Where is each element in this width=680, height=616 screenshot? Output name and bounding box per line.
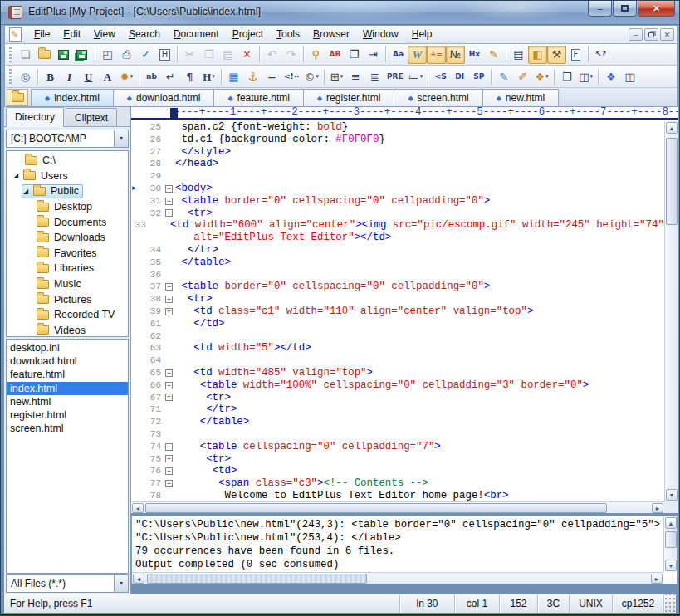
comment-button[interactable]: <!·· <box>281 67 301 86</box>
fold-column[interactable]: − <box>163 367 175 379</box>
text-color-button[interactable]: ✹▾ <box>117 67 136 86</box>
mdi-close-button[interactable]: ✕ <box>660 28 674 41</box>
menu-item-search[interactable]: Search <box>122 26 167 43</box>
menu-item-document[interactable]: Document <box>167 26 226 43</box>
uppercase-button[interactable]: Aa <box>389 46 408 64</box>
fold-column[interactable]: + <box>163 306 175 318</box>
code-line[interactable]: 64 <box>131 354 664 367</box>
file-item-screen.html[interactable]: screen.html <box>7 422 128 435</box>
code-line[interactable]: 65− <td width="485" valign="top"> <box>131 367 664 379</box>
code-line[interactable]: alt="EditPlus Text Editor"></td> <box>131 232 664 244</box>
document-settings-button[interactable]: ✎ <box>484 46 503 64</box>
fold-collapse-icon[interactable]: − <box>165 296 173 303</box>
editor-vertical-scrollbar[interactable]: ▲ ▼ <box>664 121 678 501</box>
toolbar-grip[interactable] <box>8 69 12 84</box>
drive-selector[interactable]: [C:] BOOTCAMP ▾ <box>6 130 129 148</box>
tree-item-libraries[interactable]: Libraries <box>7 261 128 276</box>
print-button[interactable]: ⎙ <box>117 46 136 64</box>
menu-item-project[interactable]: Project <box>226 26 270 43</box>
fold-column[interactable] <box>163 244 175 257</box>
fold-column[interactable]: − <box>163 477 175 490</box>
fold-collapse-icon[interactable]: − <box>165 209 173 217</box>
code-line[interactable]: 25 span.c2 {font-weight: bold} <box>131 121 664 134</box>
line-break-button[interactable]: ↵ <box>161 67 180 86</box>
fold-column[interactable] <box>163 121 175 134</box>
split-view-button[interactable]: ◫ <box>620 67 639 86</box>
file-filter-selector[interactable]: All Files (*.*) ▾ <box>6 574 129 593</box>
code-editor[interactable]: ----+----1----+----2----+----3----+----4… <box>131 107 678 513</box>
tree-item-downloads[interactable]: Downloads <box>7 230 128 246</box>
fold-collapse-icon[interactable]: − <box>165 198 173 205</box>
menu-item-tools[interactable]: Tools <box>270 26 306 43</box>
open-file-button[interactable] <box>35 46 54 64</box>
fold-column[interactable]: − <box>163 281 175 293</box>
close-button[interactable]: ✕ <box>638 1 675 17</box>
fold-column[interactable] <box>163 158 175 170</box>
tree-item-users[interactable]: ◢Users <box>7 169 128 184</box>
drive-dropdown-button[interactable]: ▾ <box>114 130 128 147</box>
fullscreen-button[interactable]: F <box>566 46 585 64</box>
save-button[interactable] <box>54 46 73 64</box>
maximize-button[interactable] <box>613 1 637 17</box>
code-line[interactable]: 35 </table> <box>131 257 664 269</box>
tree-item-documents[interactable]: Documents <box>7 214 128 230</box>
code-line[interactable]: 61 </td> <box>131 318 664 330</box>
font-button[interactable]: A <box>98 67 117 86</box>
fold-column[interactable] <box>163 134 175 146</box>
fold-column[interactable] <box>163 269 175 281</box>
menu-item-window[interactable]: Window <box>356 26 405 43</box>
tree-item-favorites[interactable]: Favorites <box>7 246 128 262</box>
context-help-button[interactable]: ↖? <box>591 46 610 64</box>
tab-new.html[interactable]: ◆new.html <box>482 89 560 106</box>
document-icon[interactable] <box>9 27 22 42</box>
fold-column[interactable] <box>163 490 175 501</box>
code-line[interactable]: ►30−<body> <box>131 183 664 195</box>
spell-check-button[interactable]: ✓ <box>136 46 155 64</box>
code-line[interactable]: 62 <box>131 330 664 343</box>
fold-column[interactable]: − <box>163 453 175 466</box>
fold-collapse-icon[interactable]: − <box>165 455 173 462</box>
code-area[interactable]: 25 span.c2 {font-weight: bold}26 td.c1 {… <box>131 121 664 501</box>
tab-feature.html[interactable]: ◆feature.html <box>213 89 304 106</box>
word-wrap-button[interactable]: W <box>408 46 427 64</box>
scroll-up-button[interactable]: ▲ <box>666 122 678 134</box>
fold-column[interactable]: − <box>163 183 175 195</box>
resize-grip[interactable] <box>663 594 676 613</box>
special-character-button[interactable]: ©▾ <box>301 67 321 86</box>
code-line[interactable]: 63 <td width="5"></td> <box>131 342 664 354</box>
tree-item-public[interactable]: ◢Public <box>7 183 128 199</box>
fold-collapse-icon[interactable]: − <box>165 283 173 291</box>
tab-index.html[interactable]: ◆index.html <box>31 89 114 106</box>
italic-button[interactable]: I <box>60 67 79 86</box>
line-numbers-button[interactable]: № <box>446 46 465 64</box>
list-button[interactable]: ≔▾ <box>406 67 426 86</box>
filter-dropdown-button[interactable]: ▾ <box>114 575 128 592</box>
minimize-button[interactable]: – <box>588 1 612 17</box>
align-right-button[interactable]: ≣ <box>365 67 384 86</box>
code-line[interactable]: 37− <table border="0" cellspacing="0" ce… <box>131 281 664 293</box>
editor-vscroll-thumb[interactable] <box>666 138 678 225</box>
code-line[interactable]: 28</head> <box>131 158 664 170</box>
save-all-button[interactable] <box>73 46 92 64</box>
image-button[interactable]: ▦ <box>224 67 243 86</box>
fold-column[interactable]: − <box>163 465 175 477</box>
file-item-download.html[interactable]: download.html <box>7 354 128 368</box>
folder-view-button[interactable]: ❒ <box>557 67 576 86</box>
file-item-index.html[interactable]: index.html <box>7 382 128 395</box>
sidebar-tab-cliptext[interactable]: Cliptext <box>66 108 117 126</box>
horizontal-rule-button[interactable]: ═ <box>262 67 281 86</box>
fold-column[interactable] <box>163 318 175 330</box>
mdi-restore-button[interactable] <box>644 28 658 41</box>
copy-button[interactable]: ❐ <box>199 46 218 64</box>
code-line[interactable]: 67+ <tr> <box>131 392 664 404</box>
code-line[interactable]: 73 <box>131 428 664 441</box>
redo-button[interactable]: ↷ <box>281 46 301 64</box>
scroll-right-button[interactable]: ► <box>652 503 663 513</box>
fold-collapse-icon[interactable]: − <box>165 369 173 377</box>
code-line[interactable]: 26 td.c1 {background-color: #F0F0F0} <box>131 134 664 146</box>
sidebar-tab-directory[interactable]: Directory <box>6 107 64 127</box>
tree-item-recorded-tv[interactable]: Recorded TV <box>7 307 128 323</box>
file-item-feature.html[interactable]: feature.html <box>7 368 128 381</box>
strikethrough-button[interactable]: <S <box>431 67 450 86</box>
output-hscroll-thumb[interactable] <box>147 574 367 584</box>
